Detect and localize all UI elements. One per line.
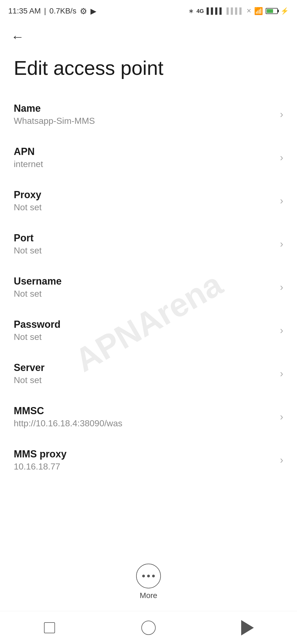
settings-item-proxy[interactable]: Proxy Not set ›: [0, 179, 297, 222]
settings-item-title-port: Port: [14, 232, 280, 244]
settings-item-title-server: Server: [14, 362, 280, 373]
settings-item-value-mmsc: http://10.16.18.4:38090/was: [14, 418, 280, 429]
charging-icon: ⚡: [280, 7, 289, 15]
settings-item-value-apn: internet: [14, 159, 280, 169]
chevron-right-icon-mms-proxy: ›: [280, 454, 283, 466]
top-navigation: ←: [0, 22, 297, 49]
settings-item-title-password: Password: [14, 319, 280, 330]
nav-back-button[interactable]: [237, 617, 258, 639]
settings-item-content-proxy: Proxy Not set: [14, 189, 280, 212]
status-time: 11:35 AM: [8, 7, 41, 15]
settings-item-value-mms-proxy: 10.16.18.77: [14, 462, 280, 472]
settings-item-title-apn: APN: [14, 146, 280, 157]
settings-item-content-password: Password Not set: [14, 319, 280, 342]
status-speed: 0.7KB/s: [50, 7, 76, 15]
settings-item-content-apn: APN internet: [14, 146, 280, 169]
signal2-icon: ▌▌▌▌: [227, 7, 244, 15]
settings-item-content-mmsc: MMSC http://10.16.18.4:38090/was: [14, 405, 280, 429]
recent-apps-icon: [44, 622, 55, 633]
chevron-right-icon-mmsc: ›: [280, 411, 283, 423]
chevron-right-icon-apn: ›: [280, 152, 283, 163]
settings-item-value-password: Not set: [14, 332, 280, 342]
status-icons: ∗ 4G ▌▌▌▌ ▌▌▌▌ ✕ 📶 ⚡: [188, 7, 289, 15]
more-button[interactable]: More: [136, 564, 161, 600]
no-signal-icon: ✕: [246, 7, 251, 15]
network-4g-icon: 4G: [197, 8, 204, 14]
settings-item-value-username: Not set: [14, 289, 280, 299]
settings-item-title-mms-proxy: MMS proxy: [14, 448, 280, 460]
settings-item-value-port: Not set: [14, 245, 280, 256]
nav-home-button[interactable]: [138, 617, 160, 639]
video-icon: ▶: [90, 7, 97, 16]
back-button[interactable]: ←: [11, 30, 286, 43]
chevron-right-icon-server: ›: [280, 368, 283, 380]
status-separator: |: [44, 7, 46, 15]
bottom-navigation-bar: [0, 611, 297, 644]
settings-item-title-username: Username: [14, 275, 280, 287]
settings-item-port[interactable]: Port Not set ›: [0, 222, 297, 266]
settings-item-mms-proxy[interactable]: MMS proxy 10.16.18.77 ›: [0, 438, 297, 482]
chevron-right-icon-port: ›: [280, 238, 283, 250]
settings-item-content-port: Port Not set: [14, 232, 280, 256]
settings-list: Name Whatsapp-Sim-MMS › APN internet › P…: [0, 93, 297, 482]
settings-item-password[interactable]: Password Not set ›: [0, 309, 297, 352]
settings-item-content-server: Server Not set: [14, 362, 280, 385]
settings-item-value-name: Whatsapp-Sim-MMS: [14, 116, 280, 126]
bluetooth-icon: ∗: [188, 7, 194, 15]
settings-item-content-username: Username Not set: [14, 275, 280, 299]
settings-icon: ⚙: [80, 6, 87, 16]
settings-item-title-name: Name: [14, 103, 280, 114]
settings-item-value-server: Not set: [14, 375, 280, 385]
settings-item-username[interactable]: Username Not set ›: [0, 266, 297, 309]
settings-item-mmsc[interactable]: MMSC http://10.16.18.4:38090/was ›: [0, 395, 297, 438]
wifi-icon: 📶: [254, 7, 263, 15]
dot-3: [152, 575, 155, 577]
page-title: Edit access point: [0, 49, 297, 93]
settings-item-title-proxy: Proxy: [14, 189, 280, 201]
more-label: More: [140, 591, 157, 600]
settings-item-content-mms-proxy: MMS proxy 10.16.18.77: [14, 448, 280, 472]
settings-item-server[interactable]: Server Not set ›: [0, 352, 297, 395]
chevron-right-icon-username: ›: [280, 282, 283, 293]
chevron-right-icon-name: ›: [280, 109, 283, 120]
battery-box: [266, 8, 278, 14]
settings-item-name[interactable]: Name Whatsapp-Sim-MMS ›: [0, 93, 297, 136]
settings-item-content-name: Name Whatsapp-Sim-MMS: [14, 103, 280, 126]
status-time-speed: 11:35 AM | 0.7KB/s ⚙ ▶: [8, 6, 97, 16]
chevron-right-icon-proxy: ›: [280, 195, 283, 207]
settings-item-title-mmsc: MMSC: [14, 405, 280, 417]
more-dots-icon: [142, 575, 155, 577]
back-icon: [241, 620, 254, 635]
more-circle-icon: [136, 564, 161, 588]
back-arrow-icon: ←: [11, 30, 24, 43]
home-icon: [141, 621, 156, 635]
settings-item-value-proxy: Not set: [14, 202, 280, 212]
chevron-right-icon-password: ›: [280, 325, 283, 336]
dot-1: [142, 575, 145, 577]
nav-recent-button[interactable]: [38, 617, 61, 639]
signal-icon: ▌▌▌▌: [207, 7, 224, 15]
dot-2: [147, 575, 150, 577]
battery-indicator: [266, 8, 278, 14]
status-bar: 11:35 AM | 0.7KB/s ⚙ ▶ ∗ 4G ▌▌▌▌ ▌▌▌▌ ✕ …: [0, 0, 297, 22]
battery-fill: [267, 9, 273, 13]
settings-item-apn[interactable]: APN internet ›: [0, 136, 297, 179]
